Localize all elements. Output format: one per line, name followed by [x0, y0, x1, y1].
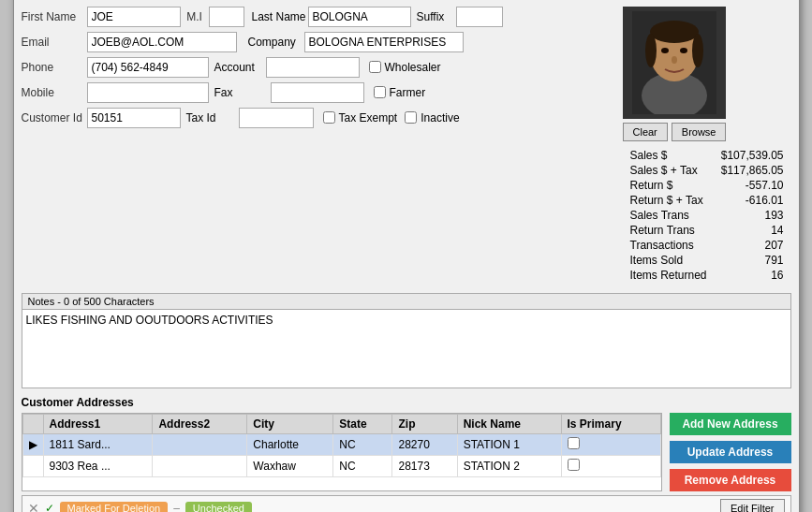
primary-checkbox[interactable] — [568, 459, 580, 471]
first-name-input[interactable] — [87, 7, 181, 27]
inactive-checkbox[interactable] — [405, 111, 417, 124]
person-silhouette — [632, 11, 716, 114]
account-label: Account — [214, 61, 266, 74]
stats-sales-trans-row: Sales Trans 193 — [630, 209, 784, 222]
wholesaler-checkbox[interactable] — [369, 61, 381, 73]
svg-point-8 — [672, 56, 677, 64]
row-primary — [561, 433, 660, 455]
address-table-wrap: Address1 Address2 City State Zip Nick Na… — [22, 413, 662, 491]
return-value: -557.10 — [746, 179, 784, 192]
notes-label: Notes - 0 of 500 Characters — [22, 294, 790, 310]
email-input[interactable] — [87, 32, 237, 52]
tax-id-input[interactable] — [239, 108, 314, 128]
sales-tax-label: Sales $ + Tax — [630, 164, 698, 177]
svg-point-5 — [692, 34, 703, 67]
sales-tax-value: $117,865.05 — [721, 164, 784, 177]
sales-trans-label: Sales Trans — [630, 209, 689, 222]
row-addr1: 9303 Rea ... — [43, 455, 153, 476]
edit-filter-button[interactable]: Edit Filter — [720, 499, 784, 513]
return-tax-label: Return $ + Tax — [630, 194, 703, 207]
row-city: Waxhaw — [247, 455, 333, 476]
stats-return-tax-row: Return $ + Tax -616.01 — [630, 194, 784, 207]
svg-point-4 — [645, 34, 657, 67]
phone-input[interactable] — [87, 57, 209, 78]
inactive-label: Inactive — [421, 111, 459, 124]
customer-id-input[interactable] — [87, 108, 181, 128]
suffix-input[interactable] — [456, 7, 503, 27]
clear-button[interactable]: Clear — [623, 123, 668, 141]
remove-address-button[interactable]: Remove Address — [670, 469, 791, 491]
address-table: Address1 Address2 City State Zip Nick Na… — [22, 414, 661, 477]
filter-x-icon[interactable]: ✕ — [28, 501, 39, 513]
phone-row: Phone Account Wholesaler — [22, 57, 615, 78]
phone-label: Phone — [22, 61, 87, 74]
row-addr2 — [153, 433, 247, 455]
customer-id-label: Customer Id — [22, 111, 87, 124]
col-address1: Address1 — [43, 414, 153, 433]
return-trans-value: 14 — [771, 224, 783, 237]
address-row[interactable]: 9303 Rea ... Waxhaw NC 28173 STATION 2 — [22, 455, 660, 476]
return-trans-label: Return Trans — [630, 224, 695, 237]
filter-marked-badge: Marked For Deletion — [60, 502, 169, 513]
customer-window: 👤 Customer ─ □ ✕ General Misc Customer T… — [13, 0, 800, 512]
filter-unchecked-badge: Unchecked — [185, 502, 252, 513]
transactions-label: Transactions — [630, 239, 694, 252]
return-tax-value: -616.01 — [746, 194, 784, 207]
col-state: State — [333, 414, 392, 433]
mi-input[interactable] — [209, 7, 244, 27]
addresses-section: Customer Addresses Address1 Address2 Cit… — [22, 396, 791, 513]
primary-checkbox[interactable] — [568, 437, 580, 449]
mobile-input[interactable] — [87, 82, 209, 103]
row-arrow — [22, 455, 43, 476]
first-name-row: First Name M.I Last Name Suffix — [22, 7, 615, 27]
farmer-checkbox[interactable] — [374, 86, 386, 98]
stats-sales-row: Sales $ $107,539.05 — [630, 149, 784, 162]
row-state: NC — [333, 455, 392, 476]
address-buttons: Add New Address Update Address Remove Ad… — [670, 413, 791, 491]
svg-point-6 — [661, 48, 669, 53]
row-state: NC — [333, 433, 392, 455]
fax-input[interactable] — [271, 82, 364, 103]
address-table-header: Address1 Address2 City State Zip Nick Na… — [22, 414, 660, 433]
mobile-label: Mobile — [22, 86, 87, 99]
row-primary — [561, 455, 660, 476]
svg-point-7 — [680, 48, 687, 53]
address-row[interactable]: ▶ 1811 Sard... Charlotte NC 28270 STATIO… — [22, 433, 660, 455]
last-name-input[interactable] — [308, 7, 411, 27]
account-input[interactable] — [266, 57, 360, 78]
tax-exempt-checkbox[interactable] — [323, 111, 335, 124]
stats-sales-tax-row: Sales $ + Tax $117,865.05 — [630, 164, 784, 177]
items-returned-label: Items Returned — [630, 269, 707, 282]
notes-textarea[interactable]: LIKES FISHING AND OOUTDOORS ACTIVITIES — [22, 310, 790, 385]
company-input[interactable] — [304, 32, 464, 52]
wholesaler-label: Wholesaler — [385, 61, 441, 74]
col-nickname: Nick Name — [457, 414, 561, 433]
stats-return-row: Return $ -557.10 — [630, 179, 784, 192]
col-address2: Address2 — [153, 414, 247, 433]
add-address-button[interactable]: Add New Address — [670, 413, 791, 435]
email-label: Email — [22, 36, 87, 49]
return-label: Return $ — [630, 179, 673, 192]
items-sold-label: Items Sold — [630, 254, 684, 267]
first-name-label: First Name — [22, 10, 87, 23]
sales-value: $107,539.05 — [721, 149, 784, 162]
addresses-title: Customer Addresses — [22, 396, 791, 409]
photo-buttons: Clear Browse — [623, 123, 791, 141]
mobile-row: Mobile Fax Farmer — [22, 82, 615, 103]
update-address-button[interactable]: Update Address — [670, 441, 791, 463]
form-right: Clear Browse Sales $ $107,539.05 Sales $… — [623, 7, 791, 287]
stats-transactions-row: Transactions 207 — [630, 239, 784, 252]
company-label: Company — [248, 36, 304, 49]
col-arrow — [22, 414, 43, 433]
customer-photo — [623, 7, 726, 119]
form-left: First Name M.I Last Name Suffix Email Co… — [22, 7, 615, 287]
filter-check-icon[interactable]: ✓ — [45, 502, 54, 513]
filter-dash: – — [173, 502, 180, 513]
row-nick: STATION 1 — [457, 433, 561, 455]
addresses-body: Address1 Address2 City State Zip Nick Na… — [22, 413, 791, 491]
browse-button[interactable]: Browse — [672, 123, 727, 141]
items-sold-value: 791 — [764, 254, 783, 267]
suffix-label: Suffix — [417, 10, 456, 23]
row-addr2 — [153, 455, 247, 476]
tax-exempt-label: Tax Exempt — [339, 111, 398, 124]
